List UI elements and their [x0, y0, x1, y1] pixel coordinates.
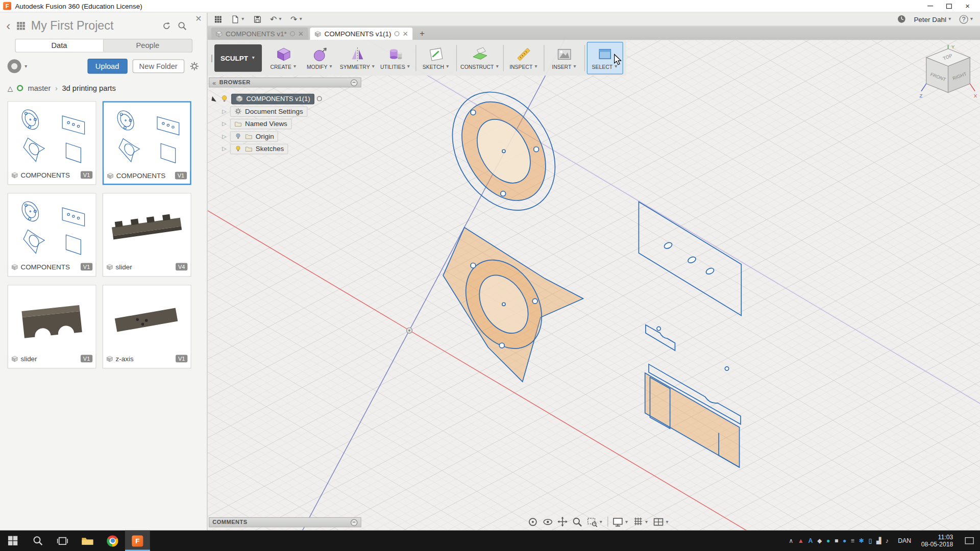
- expand-icon[interactable]: ▷: [221, 145, 227, 152]
- origin-marker[interactable]: [407, 328, 412, 333]
- browser-root-row[interactable]: COMPONENTS v1(1): [211, 92, 361, 105]
- zoom-button[interactable]: [572, 516, 582, 527]
- refresh-icon[interactable]: [162, 21, 171, 30]
- close-tab-icon[interactable]: ✕: [298, 30, 304, 38]
- viewport[interactable]: || SCULPT ▼ CREATE▼ MODIFY▼ SYMMETRY▼: [208, 40, 980, 530]
- taskbar-clock[interactable]: 11:03 08-05-2018: [916, 533, 959, 548]
- data-panel-close-icon[interactable]: ✕: [195, 14, 202, 23]
- tray-icon[interactable]: ◆: [817, 538, 822, 544]
- tray-icon[interactable]: ■: [835, 538, 838, 544]
- browser-title: BROWSER: [219, 80, 251, 86]
- list-item[interactable]: z-axis V1: [103, 285, 191, 368]
- volume-icon[interactable]: ♪: [886, 538, 889, 544]
- gear-icon[interactable]: [189, 61, 200, 71]
- tray-icon[interactable]: ≡: [851, 538, 854, 544]
- toolbar-menu-sketch[interactable]: SKETCH▼: [418, 41, 454, 74]
- redo-button[interactable]: ↷▼: [290, 14, 303, 23]
- item-name: COMPONENTS: [116, 172, 166, 180]
- save-button[interactable]: [253, 15, 262, 23]
- pan-button[interactable]: [557, 517, 568, 527]
- display-settings-button[interactable]: ▼: [612, 516, 629, 527]
- tree-node[interactable]: ▷ Origin: [211, 130, 361, 142]
- list-item[interactable]: COMPONENTS V1: [8, 193, 96, 277]
- browser-header[interactable]: « BROWSER −: [209, 78, 361, 88]
- job-status-icon[interactable]: [897, 14, 906, 23]
- action-center-button[interactable]: [959, 537, 980, 544]
- tray-icon[interactable]: ▯: [868, 538, 872, 544]
- undo-button[interactable]: ↶▼: [270, 14, 282, 23]
- toolbar-menu-utilities[interactable]: UTILITIES▼: [377, 41, 413, 74]
- document-tab-active[interactable]: COMPONENTS v1(1) ✕: [310, 28, 412, 40]
- toolbar-drag-handle[interactable]: ||: [211, 53, 211, 62]
- chrome-button[interactable]: [100, 531, 125, 551]
- comments-panel: COMMENTS −: [209, 517, 361, 528]
- task-view-button[interactable]: [50, 531, 75, 551]
- tab-data[interactable]: Data: [15, 39, 104, 52]
- search-icon[interactable]: [178, 21, 187, 30]
- tree-node[interactable]: ▷ Named Views: [211, 117, 361, 130]
- tray-icon[interactable]: ▲: [798, 538, 804, 544]
- zoom-window-button[interactable]: ▼: [587, 516, 603, 527]
- tray-icon[interactable]: ●: [826, 538, 830, 544]
- expand-icon[interactable]: ▷: [221, 108, 227, 114]
- close-button[interactable]: ×: [958, 0, 977, 12]
- viewports-button[interactable]: ▼: [653, 516, 669, 527]
- app-switcher-icon[interactable]: [214, 15, 223, 23]
- sketch-thumbnail: [8, 102, 95, 171]
- upload-button[interactable]: Upload: [87, 59, 127, 73]
- back-icon[interactable]: ‹: [6, 20, 10, 31]
- look-at-button[interactable]: [543, 516, 553, 527]
- toolbar-menu-symmetry[interactable]: SYMMETRY▼: [338, 41, 377, 74]
- list-item[interactable]: slider V4: [103, 193, 191, 277]
- minimize-panel-icon[interactable]: −: [351, 79, 357, 86]
- tab-people[interactable]: People: [104, 39, 191, 52]
- bulb-icon[interactable]: [234, 145, 242, 153]
- network-icon[interactable]: ▟: [876, 538, 881, 544]
- toolbar-menu-modify[interactable]: MODIFY▼: [302, 41, 338, 74]
- file-explorer-button[interactable]: [75, 531, 100, 551]
- grid-snap-button[interactable]: ▼: [633, 517, 649, 527]
- tree-node[interactable]: ▷ Sketches: [211, 142, 361, 155]
- list-item[interactable]: COMPONENTS V1: [8, 101, 96, 185]
- workspace-selector[interactable]: SCULPT ▼: [214, 44, 262, 71]
- project-grid-icon[interactable]: [15, 20, 26, 31]
- toolbar-menu-inspect[interactable]: INSPECT▼: [506, 41, 542, 74]
- toolbar-menu-create[interactable]: CREATE▼: [265, 41, 302, 74]
- filter-dropdown[interactable]: ▼: [8, 59, 28, 73]
- list-item[interactable]: slider V1: [8, 285, 96, 368]
- visibility-ring-icon[interactable]: [317, 96, 322, 102]
- windows-logo-icon: [8, 536, 17, 545]
- orbit-button[interactable]: [527, 516, 538, 527]
- file-menu-button[interactable]: ▼: [231, 15, 245, 23]
- tree-node[interactable]: ▷ Document Settings: [211, 105, 361, 117]
- new-document-tab-button[interactable]: +: [414, 28, 430, 38]
- fusion-360-button[interactable]: F: [125, 531, 150, 551]
- tray-icon[interactable]: ●: [843, 538, 846, 544]
- language-indicator[interactable]: DAN: [894, 537, 916, 544]
- collapse-icon[interactable]: «: [212, 79, 216, 86]
- taskbar-search-button[interactable]: [25, 531, 50, 551]
- toolbar-menu-construct[interactable]: CONSTRUCT▼: [458, 41, 501, 74]
- close-tab-icon[interactable]: ✕: [403, 30, 408, 38]
- view-cube[interactable]: Y TOP FRONT RIGHT Z X: [919, 42, 980, 105]
- breadcrumb-root[interactable]: master: [28, 84, 51, 92]
- bulb-icon[interactable]: [220, 94, 229, 103]
- tray-icon[interactable]: ✱: [859, 538, 864, 544]
- help-menu[interactable]: ? ▼: [960, 15, 974, 23]
- start-button[interactable]: [0, 531, 25, 551]
- tray-expand-icon[interactable]: ∧: [789, 538, 793, 544]
- user-menu[interactable]: Peter Dahl ▼: [914, 15, 952, 23]
- document-tab[interactable]: COMPONENTS v1* ✕: [211, 28, 308, 40]
- comments-title: COMMENTS: [212, 519, 247, 525]
- bulb-icon[interactable]: [234, 133, 242, 140]
- maximize-button[interactable]: [939, 0, 958, 12]
- list-item[interactable]: COMPONENTS V1: [103, 101, 191, 185]
- tray-icon[interactable]: A: [808, 538, 813, 544]
- new-folder-button[interactable]: New Folder: [132, 59, 184, 73]
- expand-icon[interactable]: ▷: [221, 120, 227, 127]
- minimize-panel-icon[interactable]: −: [351, 519, 357, 525]
- minimize-button[interactable]: [921, 0, 940, 12]
- toolbar-menu-insert[interactable]: INSERT▼: [546, 41, 582, 74]
- comments-header[interactable]: COMMENTS −: [209, 517, 361, 528]
- expand-icon[interactable]: ▷: [221, 133, 227, 139]
